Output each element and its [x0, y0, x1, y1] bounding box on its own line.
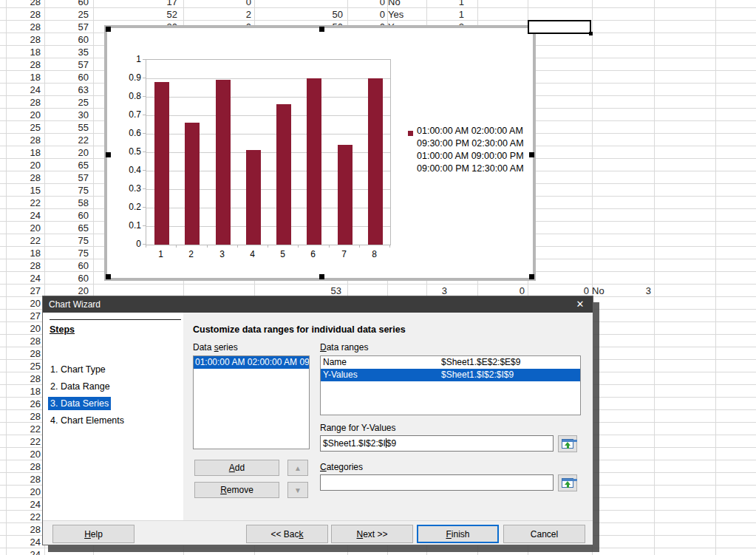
sheet-cell[interactable]: 22 [7, 197, 41, 209]
sheet-cell[interactable]: 26 [7, 398, 41, 410]
sheet-cell[interactable]: 65 [56, 222, 89, 234]
sheet-cell[interactable]: 58 [56, 197, 89, 209]
sheet-cell[interactable]: 22 [7, 435, 41, 448]
sheet-cell[interactable]: 0 [344, 8, 385, 21]
move-down-button[interactable]: ▼ [287, 482, 308, 498]
sheet-cell[interactable]: 75 [56, 247, 89, 259]
sheet-cell[interactable]: 27 [7, 285, 41, 297]
data-range-row[interactable]: Y-Values$Sheet1.$I$2:$I$9 [321, 369, 580, 381]
cell-fill-handle[interactable] [589, 32, 593, 35]
sheet-cell[interactable]: 20 [7, 222, 41, 234]
sheet-cell[interactable]: 22 [7, 234, 41, 247]
sheet-cell[interactable]: 0 [344, 0, 385, 8]
chart-handle-middle-left[interactable] [106, 152, 111, 157]
select-categories-range-button[interactable] [558, 474, 577, 491]
sheet-cell[interactable]: 28 [7, 347, 41, 360]
sheet-cell[interactable]: 15 [7, 184, 41, 197]
data-ranges-table[interactable]: Name$Sheet1.$E$2:$E$9Y-Values$Sheet1.$I$… [320, 355, 581, 415]
sheet-cell[interactable]: 28 [7, 335, 41, 347]
step-item-1[interactable]: 1. Chart Type [48, 363, 108, 376]
sheet-cell[interactable]: 24 [7, 498, 41, 511]
chart-handle-bottom-right[interactable] [529, 274, 534, 279]
sheet-cell[interactable]: 20 [7, 297, 41, 310]
sheet-cell[interactable]: 28 [7, 171, 41, 184]
sheet-cell[interactable]: 25 [56, 96, 89, 109]
sheet-cell[interactable]: 28 [7, 0, 41, 8]
sheet-cell[interactable]: 28 [7, 21, 41, 33]
cancel-button[interactable]: Cancel [503, 525, 585, 543]
chart-handle-top-middle[interactable] [319, 27, 324, 32]
sheet-cell[interactable]: 20 [7, 322, 41, 335]
close-icon[interactable]: ✕ [568, 296, 593, 313]
sheet-cell[interactable]: 28 [7, 473, 41, 486]
sheet-cell[interactable]: 24 [7, 536, 41, 548]
sheet-cell[interactable]: 75 [56, 184, 89, 197]
remove-button[interactable]: Remove [194, 482, 279, 498]
sheet-cell[interactable]: 18 [7, 71, 41, 84]
sheet-cell[interactable]: 60 [56, 209, 89, 222]
sheet-cell[interactable]: 22 [7, 511, 41, 523]
sheet-cell[interactable]: 24 [7, 84, 41, 96]
sheet-cell[interactable]: 75 [56, 234, 89, 247]
sheet-cell[interactable]: 28 [7, 523, 41, 536]
data-range-row[interactable]: Name$Sheet1.$E$2:$E$9 [321, 356, 580, 369]
sheet-cell[interactable]: 57 [56, 171, 89, 184]
sheet-cell[interactable]: 28 [7, 33, 41, 46]
sheet-cell[interactable]: 22 [7, 423, 41, 435]
chart-handle-bottom-left[interactable] [106, 274, 111, 279]
sheet-cell[interactable]: 28 [7, 460, 41, 473]
sheet-cell[interactable]: 18 [7, 247, 41, 259]
sheet-cell[interactable]: 57 [56, 21, 89, 33]
chart-handle-top-left[interactable] [106, 27, 111, 32]
step-item-2[interactable]: 2. Data Range [48, 380, 112, 393]
sheet-cell[interactable]: 18 [7, 146, 41, 159]
back-button[interactable]: << Back [246, 525, 328, 543]
move-up-button[interactable]: ▲ [287, 460, 308, 476]
data-series-listbox[interactable]: 01:00:00 AM 02:00:00 AM 09:3 [193, 355, 310, 449]
sheet-cell[interactable]: 57 [56, 58, 89, 71]
sheet-cell[interactable]: 28 [7, 259, 41, 272]
chart-handle-bottom-middle[interactable] [319, 274, 324, 279]
sheet-cell[interactable]: 28 [7, 96, 41, 109]
selected-cell[interactable] [528, 20, 591, 34]
add-button[interactable]: Add [194, 460, 279, 476]
categories-input[interactable] [320, 474, 554, 491]
chart-preview-object[interactable]: 01:00:00 AM 02:00:00 AM09:30:00 PM 02:30… [104, 25, 536, 281]
sheet-cell[interactable]: 25 [7, 121, 41, 134]
sheet-cell[interactable]: 28 [7, 410, 41, 423]
data-series-item[interactable]: 01:00:00 AM 02:00:00 AM 09:3 [194, 356, 309, 369]
sheet-cell[interactable]: No [388, 0, 425, 8]
sheet-cell[interactable]: 22 [56, 134, 89, 146]
sheet-cell[interactable]: 0 [211, 0, 251, 8]
sheet-cell[interactable]: 18 [7, 385, 41, 398]
next-button[interactable]: Next >> [331, 525, 413, 543]
select-range-button[interactable] [558, 435, 577, 452]
sheet-cell[interactable]: 1 [423, 8, 464, 21]
sheet-cell[interactable]: 20 [7, 109, 41, 121]
sheet-cell[interactable]: 24 [7, 209, 41, 222]
sheet-cell[interactable]: 60 [56, 272, 89, 285]
sheet-cell[interactable]: 20 [7, 159, 41, 171]
step-item-3[interactable]: 3. Data Series [48, 397, 111, 410]
sheet-cell[interactable]: 24 [7, 548, 41, 555]
sheet-cell[interactable]: 35 [56, 46, 89, 58]
sheet-cell[interactable]: 60 [56, 71, 89, 84]
sheet-cell[interactable]: 20 [7, 448, 41, 460]
sheet-cell[interactable]: 65 [56, 159, 89, 171]
sheet-cell[interactable]: 18 [7, 46, 41, 58]
sheet-cell[interactable]: 60 [56, 0, 89, 8]
chart-handle-middle-right[interactable] [529, 152, 534, 157]
sheet-cell[interactable]: 2 [211, 8, 251, 21]
sheet-cell[interactable]: 3 [610, 285, 651, 297]
sheet-cell[interactable]: 1 [423, 0, 464, 8]
sheet-cell[interactable]: 52 [137, 8, 177, 21]
finish-button[interactable]: Finish [417, 525, 499, 543]
step-item-4[interactable]: 4. Chart Elements [48, 414, 126, 427]
dialog-titlebar[interactable]: Chart Wizard ✕ [43, 296, 593, 313]
sheet-cell[interactable]: 28 [7, 58, 41, 71]
sheet-cell[interactable]: 24 [7, 272, 41, 285]
sheet-cell[interactable]: 27 [7, 310, 41, 322]
sheet-cell[interactable]: 28 [7, 8, 41, 21]
sheet-cell[interactable]: 28 [7, 134, 41, 146]
range-y-values-input[interactable]: $Sheet1.$I$2:$I$9 [320, 435, 554, 452]
